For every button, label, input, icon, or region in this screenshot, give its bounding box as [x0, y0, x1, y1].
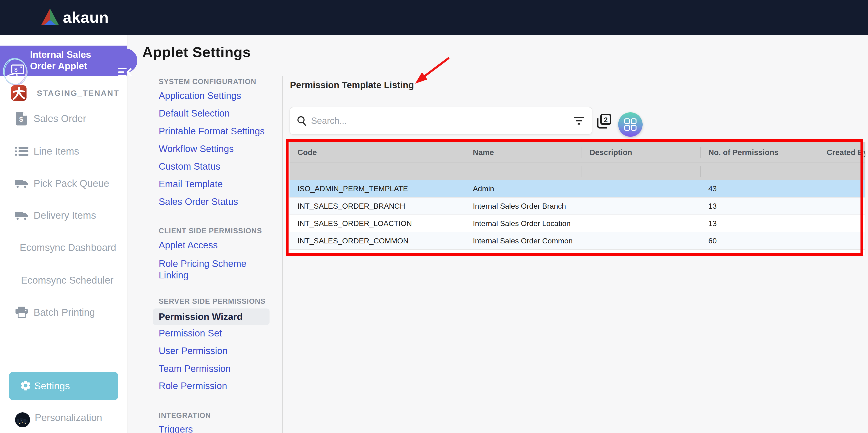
permission-template-table: Code Name Description No. of Permissions… [289, 142, 865, 255]
table-empty-strip [289, 249, 865, 255]
nav-link-permission-set[interactable]: Permission Set [159, 328, 222, 339]
settings-label: Settings [34, 380, 70, 392]
sidebar-collapse-button[interactable] [117, 65, 132, 79]
akaun-logo: akaun [40, 8, 109, 27]
sidebar: $ Internal Sales Order Applet [0, 35, 127, 433]
cell-name: Admin [465, 180, 582, 197]
search-input[interactable] [311, 109, 551, 132]
cell-name: Internal Sales Order Branch [465, 198, 582, 214]
sidebar-item-ecomsync-scheduler[interactable]: Ecomsync Scheduler [0, 270, 126, 290]
printer-icon [13, 305, 30, 320]
applet-title: Internal Sales Order Applet [30, 49, 103, 72]
nav-section-client-side-permissions: CLIENT SIDE PERMISSIONS [159, 227, 262, 235]
search-icon [297, 115, 307, 127]
sidebar-item-label: Line Items [34, 146, 79, 157]
nav-link-application-settings[interactable]: Application Settings [159, 90, 241, 101]
grid-icon [624, 118, 637, 131]
nav-link-team-permission[interactable]: Team Permission [159, 364, 231, 374]
listing-title: Permission Template Listing [290, 80, 414, 90]
sidebar-item-line-items[interactable]: Line Items [0, 141, 126, 161]
sidebar-item-label: Sales Order [34, 113, 86, 124]
nav-section-server-side-permissions: SERVER SIDE PERMISSIONS [159, 297, 266, 306]
nav-link-email-template[interactable]: Email Template [159, 179, 223, 190]
nav-link-triggers[interactable]: Triggers [159, 424, 193, 433]
sidebar-item-sales-order[interactable]: $ Sales Order [0, 109, 126, 128]
nav-link-default-selection[interactable]: Default Selection [159, 108, 229, 119]
sidebar-item-label: Ecomsync Scheduler [21, 275, 114, 286]
layout-2-view-button[interactable]: 2 [595, 113, 613, 131]
filter-icon[interactable] [574, 116, 584, 127]
filter-2-icon: 2 [595, 113, 612, 130]
table-filter-row [289, 163, 865, 180]
tenant-label: STAGING_TENANT [37, 89, 119, 98]
nav-link-sales-order-status[interactable]: Sales Order Status [159, 196, 238, 207]
nav-link-role-permission[interactable]: Role Permission [159, 381, 227, 391]
column-header-no-of-permissions[interactable]: No. of Permissions [700, 142, 819, 163]
nav-link-custom-status[interactable]: Custom Status [159, 161, 220, 172]
filter-cell-code[interactable] [289, 163, 465, 180]
table-header-row: Code Name Description No. of Permissions… [289, 142, 865, 163]
sales-order-icon: $ [13, 111, 30, 127]
grid-view-button[interactable] [618, 112, 643, 137]
logo-text: akaun [63, 8, 109, 26]
filter-cell-no-of-permissions[interactable] [700, 163, 819, 180]
sidebar-item-personalization[interactable]: Personalization [0, 402, 126, 433]
sidebar-item-settings[interactable]: Settings [9, 372, 118, 400]
table-row[interactable]: ISO_ADMIN_PERM_TEMPLATE Admin 43 [289, 180, 865, 197]
column-header-name[interactable]: Name [465, 142, 582, 163]
column-header-created-by[interactable]: Created By [819, 142, 865, 163]
table-row[interactable]: INT_SALES_ORDER_COMMON Internal Sales Or… [289, 232, 865, 249]
cell-code: INT_SALES_ORDER_COMMON [289, 232, 465, 249]
nav-link-user-permission[interactable]: User Permission [159, 346, 227, 356]
personalization-label: Personalization [35, 412, 102, 423]
cell-created-by [819, 180, 865, 197]
cell-code: ISO_ADMIN_PERM_TEMPLATE [289, 180, 465, 197]
sidebar-item-label: Batch Printing [34, 307, 95, 318]
cell-permissions: 60 [700, 232, 819, 249]
table-row[interactable]: INT_SALES_ORDER_LOACTION Internal Sales … [289, 214, 865, 232]
nav-section-integration: INTEGRATION [159, 411, 211, 420]
cell-name: Internal Sales Order Location [465, 215, 582, 232]
panel-divider [282, 76, 283, 433]
cell-code: INT_SALES_ORDER_LOACTION [289, 215, 465, 232]
cell-permissions: 43 [700, 180, 819, 197]
column-header-description[interactable]: Description [582, 142, 700, 163]
cell-permissions: 13 [700, 198, 819, 214]
app-root: akaun $ [0, 0, 868, 433]
top-bar: akaun [0, 0, 868, 35]
applet-header: $ Internal Sales Order Applet [0, 46, 127, 76]
table-row[interactable]: INT_SALES_ORDER_BRANCH Internal Sales Or… [289, 197, 865, 214]
nav-link-workflow-settings[interactable]: Workflow Settings [159, 144, 234, 154]
cell-description [582, 180, 700, 197]
page-title: Applet Settings [142, 44, 251, 60]
applet-icon: $ [2, 57, 29, 87]
cell-created-by [819, 232, 865, 249]
avatar [15, 412, 30, 427]
column-header-code[interactable]: Code [289, 142, 465, 163]
filter-cell-created-by[interactable] [819, 163, 865, 180]
svg-text:$: $ [14, 66, 18, 73]
sidebar-item-batch-printing[interactable]: Batch Printing [0, 302, 126, 322]
filter-cell-description[interactable] [582, 163, 700, 180]
cell-description [582, 215, 700, 232]
cell-created-by [819, 198, 865, 214]
truck-icon [13, 175, 30, 192]
cell-description [582, 232, 700, 249]
sidebar-item-label: Pick Pack Queue [34, 178, 109, 189]
sidebar-item-label: Ecomsync Dashboard [20, 242, 116, 253]
sidebar-item-ecomsync-dashboard[interactable]: Ecomsync Dashboard [0, 238, 126, 258]
nav-link-printable-format-settings[interactable]: Printable Format Settings [159, 126, 265, 137]
nav-link-role-pricing-scheme-linking[interactable]: Role Pricing Scheme Linking [159, 258, 267, 281]
nav-link-permission-wizard-selected[interactable]: Permission Wizard [153, 309, 270, 325]
svg-text:$: $ [19, 115, 23, 123]
search-box [289, 107, 592, 135]
akaun-triangle-icon [40, 8, 60, 27]
filter-cell-name[interactable] [465, 163, 582, 180]
cell-permissions: 13 [700, 215, 819, 232]
cell-created-by [819, 215, 865, 232]
nav-link-applet-access[interactable]: Applet Access [159, 240, 218, 251]
sidebar-item-delivery-items[interactable]: Delivery Items [0, 206, 126, 225]
sidebar-item-tenant[interactable]: STAGING_TENANT [0, 83, 126, 103]
sidebar-item-pick-pack-queue[interactable]: Pick Pack Queue [0, 174, 126, 193]
sidebar-item-label: Delivery Items [34, 210, 96, 221]
